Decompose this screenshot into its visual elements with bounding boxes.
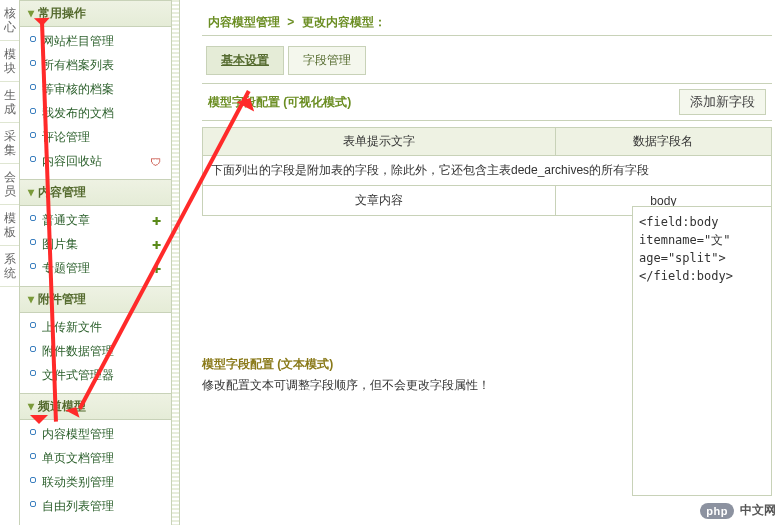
plus-icon: ✚ [152, 212, 161, 230]
menu-item-single-doc[interactable]: 单页文档管理 [20, 446, 171, 470]
field-table: 表单提示文字 数据字段名 下面列出的字段是附加表的字段，除此外，它还包含主表de… [202, 127, 772, 216]
vtab-core[interactable]: 核心 [0, 0, 19, 41]
cell-prompt: 文章内容 [203, 186, 556, 216]
watermark-logo: php [700, 503, 734, 519]
bullet-icon [30, 370, 36, 376]
menu-item-freelist[interactable]: 自由列表管理 [20, 494, 171, 518]
vtab-system[interactable]: 系统 [0, 246, 19, 287]
panel-attachment[interactable]: 附件管理 [20, 286, 171, 313]
col-dbname: 数据字段名 [555, 128, 771, 156]
vtab-generate[interactable]: 生成 [0, 82, 19, 123]
tabs: 基本设置 字段管理 [206, 46, 772, 75]
split-grip[interactable] [172, 0, 180, 525]
plus-icon: ✚ [152, 236, 161, 254]
bullet-icon [30, 132, 36, 138]
section-visual: 模型字段配置 (可视化模式) 添加新字段 [202, 83, 772, 121]
bullet-icon [30, 239, 36, 245]
tab-basic[interactable]: 基本设置 [206, 46, 284, 75]
bullet-icon [30, 453, 36, 459]
menu-item-upload[interactable]: 上传新文件 [20, 315, 171, 339]
menu-item-comments[interactable]: 评论管理 [20, 125, 171, 149]
tab-fields[interactable]: 字段管理 [288, 46, 366, 75]
menu-item-attach-data[interactable]: 附件数据管理 [20, 339, 171, 363]
vtab-collect[interactable]: 采集 [0, 123, 19, 164]
shield-icon: 🛡 [150, 153, 161, 171]
menu-item-article[interactable]: 普通文章✚ [20, 208, 171, 232]
bullet-icon [30, 60, 36, 66]
bullet-icon [30, 108, 36, 114]
vtab-module[interactable]: 模块 [0, 41, 19, 82]
bullet-icon [30, 477, 36, 483]
vtab-member[interactable]: 会员 [0, 164, 19, 205]
breadcrumb-a[interactable]: 内容模型管理 [208, 15, 280, 29]
arrow-head-icon [30, 415, 48, 433]
watermark-text: 中文网 [740, 502, 776, 519]
bullet-icon [30, 84, 36, 90]
menu-item-images[interactable]: 图片集✚ [20, 232, 171, 256]
vtab-template[interactable]: 模板 [0, 205, 19, 246]
bullet-icon [30, 156, 36, 162]
breadcrumb-sep: > [287, 15, 294, 29]
watermark: php 中文网 [700, 502, 776, 519]
add-field-button[interactable]: 添加新字段 [679, 89, 766, 115]
panel-title: 附件管理 [38, 292, 86, 306]
bullet-icon [30, 322, 36, 328]
menu-item-recycle[interactable]: 内容回收站🛡 [20, 149, 171, 173]
bullet-icon [30, 215, 36, 221]
section-visual-title: 模型字段配置 (可视化模式) [208, 94, 351, 111]
main-area: 内容模型管理 > 更改内容模型： 基本设置 字段管理 模型字段配置 (可视化模式… [180, 0, 784, 525]
breadcrumb-b: 更改内容模型： [302, 15, 386, 29]
bullet-icon [30, 346, 36, 352]
bullet-icon [30, 501, 36, 507]
code-textarea[interactable]: <field:body itemname="文" age="split"> </… [632, 206, 772, 496]
bullet-icon [30, 36, 36, 42]
breadcrumb: 内容模型管理 > 更改内容模型： [202, 10, 772, 36]
bullet-icon [30, 263, 36, 269]
vertical-tabs: 核心 模块 生成 采集 会员 模板 系统 [0, 0, 20, 525]
col-prompt: 表单提示文字 [203, 128, 556, 156]
panel-content-mgmt[interactable]: 内容管理 [20, 179, 171, 206]
menu-item-linkage[interactable]: 联动类别管理 [20, 470, 171, 494]
table-desc: 下面列出的字段是附加表的字段，除此外，它还包含主表dede_archives的所… [203, 156, 772, 186]
